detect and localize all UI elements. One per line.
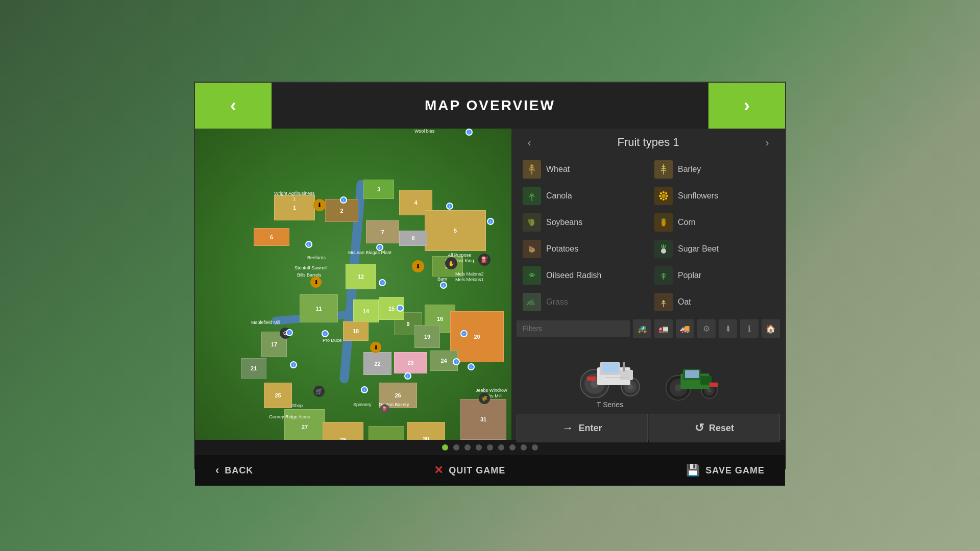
info-dot-18: i: [361, 386, 368, 393]
nav-prev-button[interactable]: ‹: [195, 83, 272, 129]
header-title-container: MAP OVERVIEW: [272, 83, 708, 129]
vehicles-row: T Series: [517, 347, 780, 409]
label-spinnery: Spinnery: [353, 402, 372, 408]
dot-2[interactable]: [464, 444, 471, 450]
fruit-item-barley[interactable]: Barley: [648, 156, 780, 183]
svg-point-11: [662, 219, 666, 227]
action-buttons: → Enter ↺ Reset: [511, 414, 785, 447]
filters-input[interactable]: [517, 320, 630, 337]
label-gorney: Gorney Ridge Acres: [269, 414, 310, 420]
green-tractor-svg: [658, 355, 725, 401]
main-window: ‹ MAP OVERVIEW › 12345678911121314151617…: [194, 82, 786, 469]
oat-icon: [654, 293, 673, 311]
dot-6[interactable]: [509, 444, 516, 450]
dot-8[interactable]: [532, 444, 538, 450]
map-field-5: 5: [425, 210, 486, 251]
right-panel: ‹ Fruit types 1 › Wheat: [511, 129, 785, 440]
reset-button[interactable]: ↺ Reset: [649, 414, 780, 442]
grass-label: Grass: [546, 297, 568, 307]
map-field-30: 30: [407, 422, 445, 440]
quit-label: QUIT GAME: [449, 465, 505, 476]
quit-icon: ✕: [434, 464, 444, 477]
label-melons: Mels Malons2Mels Melons1: [455, 271, 484, 283]
map-field-14: 14: [353, 299, 379, 322]
info-dot-12: i: [322, 330, 329, 337]
fruit-item-sugar-beet[interactable]: Sugar Beet: [648, 236, 780, 262]
map-icon-jeebs: 🌾: [479, 393, 490, 404]
fruit-item-oilseed-radish[interactable]: Oilseed Radish: [517, 262, 648, 289]
filter-info-btn[interactable]: ℹ: [740, 319, 758, 338]
back-button[interactable]: ‹ BACK: [215, 464, 253, 477]
map-field-19: 19: [414, 325, 440, 348]
fruit-item-corn[interactable]: Corn: [648, 209, 780, 236]
fruit-item-potatoes[interactable]: Potatoes: [517, 236, 648, 262]
fruit-item-poplar[interactable]: Poplar: [648, 262, 780, 289]
enter-label: Enter: [578, 423, 602, 434]
dot-1[interactable]: [453, 444, 459, 450]
filter-harvest-btn[interactable]: 🚛: [654, 319, 673, 338]
map-icon-2: ⬇: [412, 260, 424, 272]
fruit-item-sunflowers[interactable]: Sunflowers: [648, 183, 780, 209]
label-maplefield: Maplefield Mill: [251, 320, 280, 325]
fruit-item-canola[interactable]: Canola: [517, 183, 648, 209]
dot-5[interactable]: [498, 444, 504, 450]
wheat-label: Wheat: [546, 165, 570, 174]
fruit-next-button[interactable]: ›: [760, 135, 775, 150]
t-series-name: T Series: [597, 400, 623, 409]
filter-gear-btn[interactable]: ⚙: [697, 319, 716, 338]
info-dot-7: i: [379, 279, 386, 286]
reset-label: Reset: [709, 423, 734, 434]
enter-button[interactable]: → Enter: [517, 414, 648, 442]
svg-rect-36: [685, 370, 699, 378]
svg-point-0: [662, 194, 666, 198]
map-field-12: 12: [346, 264, 376, 289]
info-dot-11: i: [286, 329, 293, 336]
info-dot-17: i: [404, 372, 411, 380]
info-dot-13: i: [460, 330, 468, 337]
dot-4[interactable]: [487, 444, 493, 450]
fruit-item-wheat[interactable]: Wheat: [517, 156, 648, 183]
canola-icon: [523, 187, 541, 205]
fruit-prev-button[interactable]: ‹: [522, 135, 537, 150]
svg-point-6: [665, 197, 667, 199]
back-label: BACK: [225, 465, 253, 476]
svg-point-4: [666, 195, 668, 197]
poplar-icon: [654, 266, 673, 285]
fruit-types-title: Fruit types 1: [617, 136, 679, 149]
fruit-item-grass[interactable]: Grass: [517, 289, 648, 315]
dot-0[interactable]: [442, 444, 448, 450]
map-field-22: 22: [363, 352, 391, 375]
info-dot-10: i: [397, 305, 404, 312]
map-background: 1234567891112131415161718192021222324252…: [195, 129, 511, 440]
nav-next-button[interactable]: ›: [708, 83, 785, 129]
label-biogas: McLean Biogas Plant: [348, 250, 391, 256]
map-field-8: 8: [399, 231, 427, 246]
svg-rect-24: [620, 370, 633, 380]
filter-home-btn[interactable]: 🏠: [762, 319, 780, 338]
info-dot-16: i: [468, 363, 475, 370]
map-field-7: 7: [366, 220, 399, 243]
fruit-item-soybeans[interactable]: Soybeans: [517, 209, 648, 236]
label-shop: Shop: [292, 403, 303, 409]
save-label: SAVE GAME: [705, 465, 765, 476]
map-field-23: 23: [394, 352, 427, 373]
fruit-grid: Wheat Barley Canola: [511, 156, 785, 315]
svg-rect-38: [709, 382, 718, 387]
canola-label: Canola: [546, 191, 572, 201]
dot-3[interactable]: [476, 444, 482, 450]
save-button[interactable]: 💾 SAVE GAME: [686, 464, 765, 477]
save-icon: 💾: [686, 464, 700, 477]
svg-point-14: [661, 248, 666, 254]
barley-label: Barley: [678, 165, 701, 174]
dot-7[interactable]: [521, 444, 527, 450]
fruit-item-oat[interactable]: Oat: [648, 289, 780, 315]
map-icon-1: ⬇: [313, 199, 326, 211]
content-area: 1234567891112131415161718192021222324252…: [195, 129, 785, 440]
filter-tractor-btn[interactable]: 🚜: [633, 319, 651, 338]
potatoes-icon: [523, 240, 541, 258]
info-dot-8: i: [440, 282, 447, 289]
filter-download-btn[interactable]: ⬇: [719, 319, 737, 338]
filter-transport-btn[interactable]: 🚚: [676, 319, 694, 338]
quit-button[interactable]: ✕ QUIT GAME: [434, 464, 505, 477]
map-icon-fuel2: ⛽: [380, 404, 389, 413]
